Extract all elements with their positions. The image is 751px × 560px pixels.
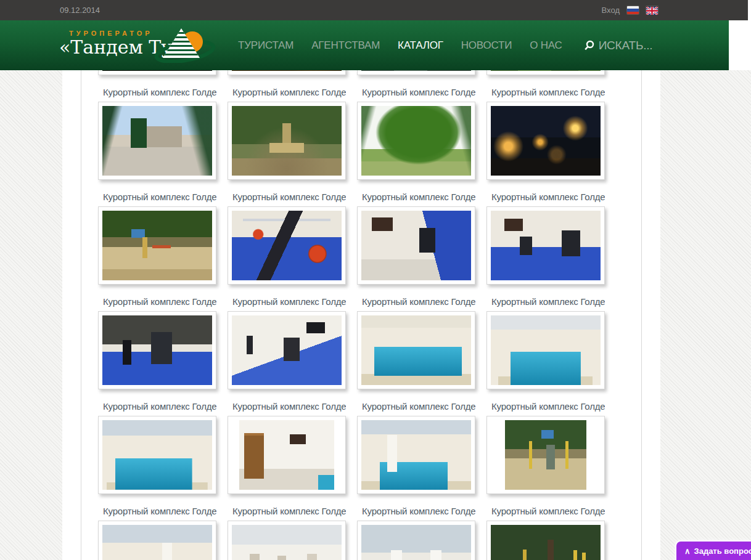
photo-placeholder: [361, 70, 471, 71]
current-date: 09.12.2014: [60, 6, 100, 15]
gallery-item: Курортный комплекс Голден: [486, 506, 605, 560]
photo-caption[interactable]: Курортный комплекс Голден: [103, 87, 216, 98]
gallery-item: Курортный комплекс Голден: [486, 296, 605, 389]
gallery-item: Курортный комплекс Голден: [357, 506, 475, 560]
photo-caption[interactable]: Курортный комплекс Голден: [232, 296, 346, 307]
photo-thumbnail[interactable]: [228, 521, 346, 560]
photo-caption[interactable]: Курортный комплекс Голден: [103, 506, 216, 517]
photo-caption[interactable]: Курортный комплекс Голден: [232, 401, 346, 412]
photo-caption[interactable]: Курортный комплекс Голден: [362, 87, 475, 98]
photo-thumbnail[interactable]: [228, 102, 346, 180]
photo-thumbnail[interactable]: [357, 70, 475, 75]
photo-thumbnail[interactable]: [486, 206, 605, 285]
photo-placeholder: [232, 315, 342, 385]
photo-thumbnail[interactable]: [228, 70, 346, 75]
uk-flag-icon[interactable]: [646, 6, 658, 14]
gallery-item: Курортный комплекс Голден: [486, 401, 605, 494]
nav-item-каталог[interactable]: КАТАЛОГ: [398, 39, 443, 52]
photo-placeholder: [232, 420, 342, 490]
photo-caption[interactable]: Курортный комплекс Голден: [362, 192, 475, 203]
pyramid-sun-logo-icon: [154, 27, 216, 65]
photo-placeholder: [361, 420, 471, 490]
gallery-item: Курортный комплекс Голден: [228, 506, 346, 560]
photo-caption[interactable]: Курортный комплекс Голден: [103, 401, 216, 412]
photo-caption[interactable]: Курортный комплекс Голден: [491, 506, 605, 517]
photo-caption[interactable]: Курортный комплекс Голден: [491, 401, 605, 412]
header-backdrop: 09.12.2014 Вход ТУРОПЕРАТОР «Тандем Тур»…: [0, 0, 751, 70]
photo-placeholder: [491, 211, 601, 280]
gallery-item: Курортный комплекс Голден: [228, 192, 346, 285]
gallery-item: Курортный комплекс Голден: [486, 87, 605, 180]
photo-thumbnail[interactable]: [357, 102, 475, 180]
gallery-item: Курортный комплекс Голден: [98, 192, 216, 285]
nav-item-о нас[interactable]: О НАС: [530, 39, 562, 52]
search-control[interactable]: ИСКАТЬ...: [584, 39, 653, 52]
photo-placeholder: [491, 525, 601, 560]
photo-caption[interactable]: Курортный комплекс Голден: [232, 506, 346, 517]
photo-thumbnail[interactable]: [98, 416, 216, 494]
gallery-item: Курортный комплекс Голден: [228, 87, 346, 180]
content-panel: Курортный комплекс ГолденКурортный компл…: [81, 70, 642, 560]
photo-caption[interactable]: Курортный комплекс Голден: [491, 87, 605, 98]
photo-thumbnail[interactable]: [228, 206, 346, 285]
photo-thumbnail[interactable]: [98, 311, 216, 389]
nav-item-агентствам[interactable]: АГЕНТСТВАМ: [311, 39, 380, 52]
chevron-up-icon: ∧: [684, 546, 691, 556]
photo-caption[interactable]: Курортный комплекс Голден: [103, 192, 216, 203]
photo-caption[interactable]: Курортный комплекс Голден: [232, 87, 346, 98]
russian-flag-icon[interactable]: [627, 6, 639, 14]
photo-thumbnail[interactable]: [357, 521, 475, 560]
gallery-item: Курортный комплекс Голден: [98, 401, 216, 494]
photo-gallery: Курортный комплекс ГолденКурортный компл…: [98, 70, 605, 560]
photo-thumbnail[interactable]: [486, 521, 605, 560]
photo-caption[interactable]: Курортный комплекс Голден: [103, 296, 216, 307]
photo-caption[interactable]: Курортный комплекс Голден: [362, 296, 475, 307]
login-link[interactable]: Вход: [602, 6, 620, 15]
photo-thumbnail[interactable]: [486, 70, 605, 75]
photo-caption[interactable]: Курортный комплекс Голден: [232, 192, 346, 203]
gallery-item: Курортный комплекс Голден: [357, 401, 475, 494]
photo-thumbnail[interactable]: [98, 102, 216, 180]
nav-item-туристам[interactable]: ТУРИСТАМ: [238, 39, 293, 52]
gallery-item: Курортный комплекс Голден: [357, 296, 475, 389]
photo-thumbnail[interactable]: [98, 521, 216, 560]
photo-thumbnail[interactable]: [228, 416, 346, 494]
photo-placeholder: [102, 525, 212, 560]
photo-placeholder: [491, 315, 601, 385]
photo-caption[interactable]: Курортный комплекс Голден: [362, 506, 475, 517]
gallery-item: Курортный комплекс Голден: [98, 87, 216, 180]
photo-thumbnail[interactable]: [228, 311, 346, 389]
photo-placeholder: [102, 70, 212, 71]
photo-thumbnail[interactable]: [486, 311, 605, 389]
photo-caption[interactable]: Курортный комплекс Голден: [491, 296, 605, 307]
photo-placeholder: [491, 70, 601, 71]
gallery-item: Курортный комплекс Голден: [98, 70, 216, 75]
gallery-item: Курортный комплекс Голден: [98, 296, 216, 389]
main-header: ТУРОПЕРАТОР «Тандем Тур»™: [0, 20, 729, 70]
main-nav: ТУРИСТАМАГЕНТСТВАМКАТАЛОГНОВОСТИО НАСИСК…: [238, 20, 652, 70]
photo-caption[interactable]: Курортный комплекс Голден: [362, 401, 475, 412]
photo-thumbnail[interactable]: [486, 102, 605, 180]
gallery-item: Курортный комплекс Голден: [357, 87, 475, 180]
photo-placeholder: [102, 315, 212, 385]
photo-placeholder: [361, 211, 471, 280]
photo-caption[interactable]: Курортный комплекс Голден: [491, 192, 605, 203]
top-utility-bar: 09.12.2014 Вход: [0, 0, 748, 20]
ask-question-label: Задать вопрос: [694, 546, 751, 556]
photo-thumbnail[interactable]: [357, 311, 475, 389]
nav-item-новости[interactable]: НОВОСТИ: [461, 39, 512, 52]
photo-placeholder: [102, 106, 212, 176]
photo-thumbnail[interactable]: [98, 70, 216, 75]
site-logo[interactable]: ТУРОПЕРАТОР «Тандем Тур»™: [59, 20, 238, 70]
gallery-item: Курортный комплекс Голден: [228, 401, 346, 494]
photo-thumbnail[interactable]: [486, 416, 605, 494]
photo-placeholder: [102, 211, 212, 280]
content-wrapper: Курортный комплекс ГолденКурортный компл…: [62, 70, 660, 560]
ask-question-button[interactable]: ∧ Задать вопрос: [675, 540, 751, 560]
photo-thumbnail[interactable]: [357, 206, 475, 285]
photo-thumbnail[interactable]: [357, 416, 475, 494]
photo-thumbnail[interactable]: [98, 206, 216, 285]
search-label: ИСКАТЬ...: [599, 39, 653, 52]
gallery-item: Курортный комплекс Голден: [228, 296, 346, 389]
gallery-item: Курортный комплекс Голден: [486, 192, 605, 285]
